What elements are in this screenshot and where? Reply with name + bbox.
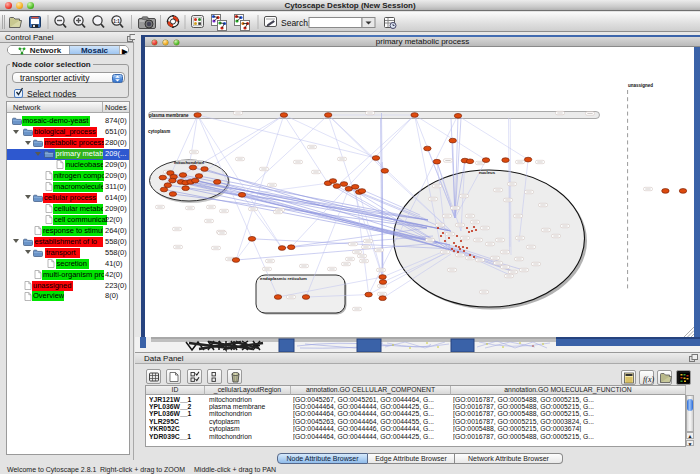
svg-text:cytoplasm: cytoplasm [148, 129, 170, 134]
svg-text:plasma membrane: plasma membrane [149, 113, 189, 118]
svg-text:mitochondrion: mitochondrion [174, 160, 204, 165]
svg-text:1:1: 1:1 [113, 19, 120, 24]
svg-text:Search:: Search: [281, 18, 310, 28]
svg-text:nucleus: nucleus [479, 170, 496, 175]
svg-text:f(x): f(x) [643, 375, 654, 384]
svg-text:endoplasmic reticulum: endoplasmic reticulum [260, 276, 307, 281]
svg-text:unassigned: unassigned [628, 83, 653, 88]
